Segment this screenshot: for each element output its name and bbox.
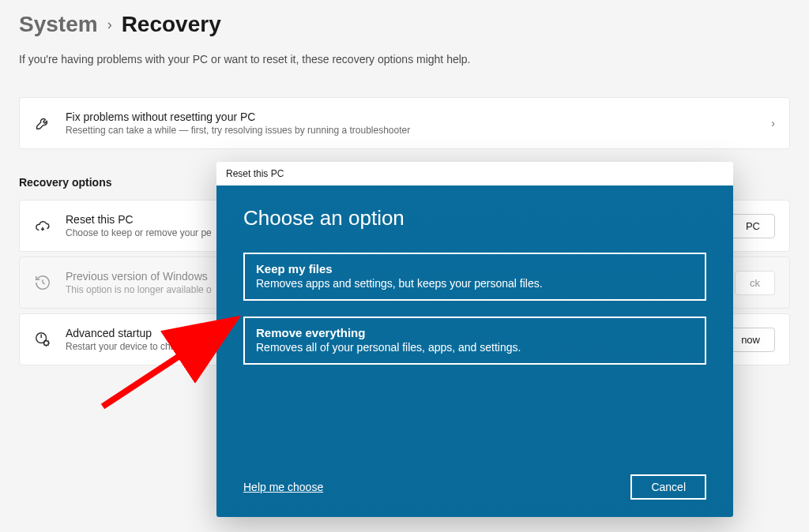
option-desc: Removes apps and settings, but keeps you… [256,277,694,290]
fix-problems-card[interactable]: Fix problems without resetting your PC R… [19,97,790,149]
breadcrumb: System › Recovery [19,12,790,37]
option-keep-my-files[interactable]: Keep my files Removes apps and settings,… [243,253,706,301]
breadcrumb-current: Recovery [122,12,221,37]
dialog-title-bar: Reset this PC [216,162,733,185]
fix-problems-text: Fix problems without resetting your PC R… [66,111,757,136]
option-title: Remove everything [256,326,694,339]
cloud-reset-icon [34,217,51,234]
reset-pc-dialog: Reset this PC Choose an option Keep my f… [216,162,733,517]
fix-problems-title: Fix problems without resetting your PC [66,111,757,123]
wrench-icon [34,114,51,132]
dialog-heading: Choose an option [243,206,706,230]
dialog-body: Choose an option Keep my files Removes a… [216,185,733,517]
option-title: Keep my files [256,262,694,275]
dialog-footer: Help me choose Cancel [243,474,706,500]
intro-text: If you're having problems with your PC o… [19,53,790,66]
help-me-choose-link[interactable]: Help me choose [243,481,323,493]
go-back-button: ck [735,271,775,295]
history-icon [34,274,51,291]
fix-problems-desc: Resetting can take a while — first, try … [66,125,757,136]
reset-pc-button[interactable]: PC [731,214,775,238]
restart-now-button[interactable]: now [726,328,775,352]
chevron-right-icon: › [771,117,775,129]
chevron-right-icon: › [107,17,112,33]
option-remove-everything[interactable]: Remove everything Removes all of your pe… [243,317,706,365]
svg-point-1 [44,341,49,346]
option-desc: Removes all of your personal files, apps… [256,341,694,354]
power-gear-icon [34,331,51,348]
cancel-button[interactable]: Cancel [630,474,706,500]
breadcrumb-root[interactable]: System [19,12,98,37]
